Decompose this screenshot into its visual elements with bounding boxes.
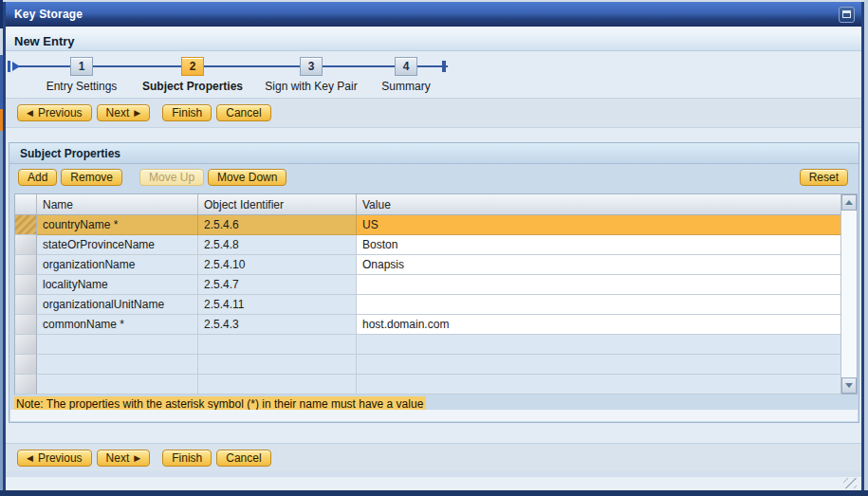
name-cell: countryName *	[37, 215, 198, 235]
oid-cell: 2.5.4.8	[198, 235, 357, 255]
table-row-empty[interactable]	[15, 355, 857, 375]
previous-button[interactable]: ◀ Previous	[17, 104, 92, 121]
move-down-button[interactable]: Move Down	[208, 169, 286, 186]
table-row-commonname[interactable]: commonName *2.5.4.3host.domain.com	[15, 315, 857, 335]
subject-properties-table: Name Object Identifier Value countryName…	[14, 193, 858, 395]
table-body: countryName *2.5.4.6USstateOrProvinceNam…	[15, 215, 857, 395]
step-3-label: Sign with Key Pair	[265, 80, 357, 93]
window-border-bottom	[0, 490, 868, 496]
value-input[interactable]: Onapsis	[357, 255, 841, 275]
finish-button-bottom[interactable]: Finish	[162, 450, 212, 467]
resize-grip-icon[interactable]	[843, 478, 857, 488]
oid-cell: 2.5.4.11	[198, 295, 357, 315]
row-selector[interactable]	[15, 255, 37, 275]
window-border-right	[861, 2, 864, 490]
cancel-button-bottom[interactable]: Cancel	[216, 450, 270, 467]
column-header-name: Name	[37, 194, 198, 215]
next-button[interactable]: Next ▶	[97, 104, 151, 121]
step-2-box[interactable]: 2	[181, 57, 204, 76]
row-selector[interactable]	[15, 355, 37, 375]
table-scrollbar[interactable]	[840, 194, 857, 394]
reset-button[interactable]: Reset	[800, 169, 848, 186]
panel-bottom-strip	[10, 410, 858, 421]
row-selector[interactable]	[15, 315, 37, 335]
name-cell: organizationName	[37, 255, 198, 275]
left-arrow-icon: ◀	[27, 109, 33, 118]
table-row-localityname[interactable]: localityName2.5.4.7	[15, 275, 857, 295]
scroll-down-icon[interactable]	[841, 377, 857, 394]
oid-cell	[198, 355, 357, 375]
step-4-box[interactable]: 4	[395, 57, 417, 76]
add-button[interactable]: Add	[18, 169, 57, 186]
value-input[interactable]: host.domain.com	[357, 315, 841, 335]
oid-cell: 2.5.4.6	[198, 215, 357, 235]
left-arrow-icon: ◀	[27, 454, 33, 463]
oid-cell: 2.5.4.10	[198, 255, 357, 275]
step-1-box[interactable]: 1	[70, 57, 93, 76]
wizard-end-icon	[442, 61, 446, 72]
step-2-label: Subject Properties	[142, 80, 243, 93]
footer-area	[6, 477, 861, 490]
restore-glyph	[842, 10, 851, 18]
table-row-empty[interactable]	[15, 335, 857, 355]
oid-cell	[198, 375, 357, 395]
finish-button[interactable]: Finish	[162, 104, 212, 121]
value-cell	[357, 375, 841, 395]
window-titlebar: Key Storage	[6, 2, 861, 27]
cancel-button[interactable]: Cancel	[216, 104, 270, 121]
row-selector[interactable]	[15, 295, 37, 315]
oid-cell: 2.5.4.3	[198, 315, 357, 335]
step-4-label: Summary	[381, 80, 430, 93]
window-restore-icon[interactable]	[839, 7, 855, 23]
column-header-object-identifier: Object Identifier	[198, 194, 357, 215]
oid-cell: 2.5.4.7	[198, 275, 357, 295]
name-cell: commonName *	[37, 315, 198, 335]
row-selector[interactable]	[15, 375, 37, 395]
name-cell: localityName	[37, 275, 198, 295]
row-selector[interactable]	[15, 335, 37, 355]
wizard-toolbar-bottom: ◀ Previous Next ▶ Finish Cancel	[6, 443, 861, 473]
name-cell	[37, 375, 198, 395]
oid-cell	[198, 335, 357, 355]
value-cell	[357, 335, 841, 355]
page-title: New Entry	[14, 34, 75, 48]
table-header-row: Name Object Identifier Value	[15, 194, 857, 215]
backdrop-right	[864, 0, 868, 496]
header-selector-cell	[15, 194, 37, 215]
wizard-start-icon-arrow	[12, 62, 20, 71]
page-title-bar: New Entry	[6, 31, 861, 51]
panel-toolbar: Add Remove Move Up Move Down Reset	[9, 164, 859, 191]
subject-properties-panel: Subject Properties Add Remove Move Up Mo…	[9, 142, 859, 423]
value-input[interactable]: US	[357, 215, 841, 235]
name-cell	[37, 335, 198, 355]
table-row-stateorprovincename[interactable]: stateOrProvinceName2.5.4.8Boston	[15, 235, 857, 255]
table-row-empty[interactable]	[15, 375, 857, 395]
key-storage-dialog: Key Storage New Entry 1 2 3 4 Entry Sett…	[0, 0, 868, 496]
value-input[interactable]	[357, 275, 841, 295]
table-row-organizationname[interactable]: organizationName2.5.4.10Onapsis	[15, 255, 857, 275]
value-cell	[357, 355, 841, 375]
previous-button-bottom[interactable]: ◀ Previous	[17, 450, 92, 467]
scroll-up-icon[interactable]	[841, 194, 857, 211]
name-cell	[37, 355, 198, 375]
wizard-toolbar-top: ◀ Previous Next ▶ Finish Cancel	[6, 98, 861, 128]
column-header-value: Value	[357, 194, 841, 215]
value-input[interactable]	[357, 295, 841, 315]
name-cell: organizationalUnitName	[37, 295, 198, 315]
remove-button[interactable]: Remove	[61, 169, 122, 186]
row-selector[interactable]	[15, 235, 37, 255]
value-input[interactable]: Boston	[357, 235, 841, 255]
next-button-bottom[interactable]: Next ▶	[97, 450, 151, 467]
name-cell: stateOrProvinceName	[37, 235, 198, 255]
wizard-roadmap: 1 2 3 4 Entry Settings Subject Propertie…	[6, 51, 861, 97]
panel-title: Subject Properties	[20, 147, 120, 160]
step-3-box[interactable]: 3	[300, 57, 323, 76]
row-selector[interactable]	[15, 275, 37, 295]
table-row-organizationalunitname[interactable]: organizationalUnitName2.5.4.11	[15, 295, 857, 315]
row-selector[interactable]	[15, 215, 37, 235]
window-title: Key Storage	[14, 8, 83, 21]
step-1-label: Entry Settings	[46, 80, 118, 93]
panel-header: Subject Properties	[9, 143, 859, 164]
move-up-button[interactable]: Move Up	[139, 169, 204, 186]
table-row-countryname[interactable]: countryName *2.5.4.6US	[15, 215, 857, 235]
